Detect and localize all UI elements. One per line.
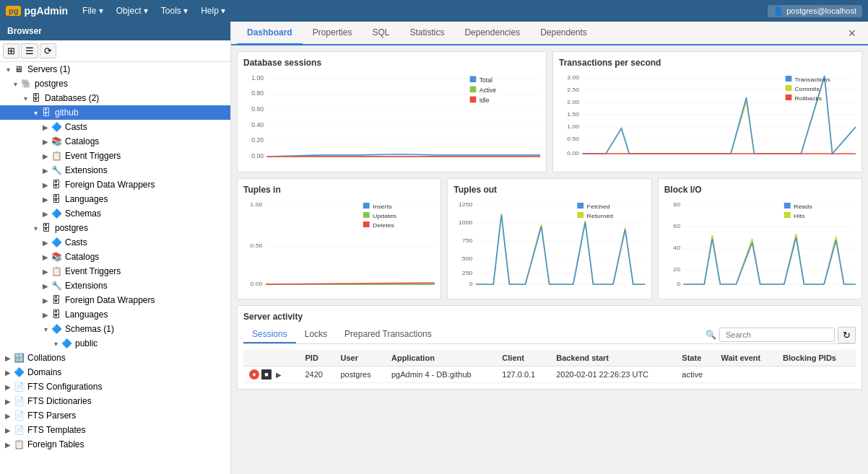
tree-item-fts_templates[interactable]: ▶ 📄 FTS Templates xyxy=(0,423,230,437)
tree-item-languages2[interactable]: ▶ 🗄 Languages xyxy=(0,307,230,322)
tree-item-fts_config[interactable]: ▶ 📄 FTS Configurations xyxy=(0,379,230,394)
search-input[interactable] xyxy=(719,328,835,342)
tree-item-catalogs1[interactable]: ▶ 📚 Catalogs xyxy=(0,134,230,149)
tree-item-domains[interactable]: ▶ 🔷 Domains xyxy=(0,365,230,379)
tree-item-casts1[interactable]: ▶ 🔷 Casts xyxy=(0,120,230,134)
tree-toggle: ▾ xyxy=(51,340,61,348)
tree-label: Databases (2) xyxy=(45,93,99,103)
tree-item-databases[interactable]: ▾ 🗄 Databases (2) xyxy=(0,91,230,105)
sidebar-btn-1[interactable]: ⊞ xyxy=(3,43,19,58)
help-menu[interactable]: Help ▾ xyxy=(195,4,231,18)
tab-dependencies[interactable]: Dependencies xyxy=(454,22,530,45)
tree-item-extensions1[interactable]: ▶ 🔧 Extensions xyxy=(0,163,230,177)
file-menu[interactable]: File ▾ xyxy=(77,4,109,18)
tree-item-schemas2[interactable]: ▾ 🔷 Schemas (1) xyxy=(0,322,230,336)
block-button[interactable]: ■ xyxy=(261,369,272,379)
svg-rect-62 xyxy=(578,203,584,209)
tree-item-catalogs2[interactable]: ▶ 📚 Catalogs xyxy=(0,250,230,264)
charts-row-2: Tuples in 1.00 0.50 0.00 xyxy=(237,178,862,299)
tab-dashboard[interactable]: Dashboard xyxy=(237,22,303,45)
tab-sql[interactable]: SQL xyxy=(362,22,399,45)
tree-item-public[interactable]: ▾ 🔷 public xyxy=(0,336,230,351)
svg-text:Active: Active xyxy=(479,87,497,94)
svg-text:2.50: 2.50 xyxy=(567,86,579,93)
activity-tab-prepared[interactable]: Prepared Transactions xyxy=(336,326,440,343)
refresh-button[interactable]: ↻ xyxy=(838,327,856,343)
tree-label: Languages xyxy=(65,310,108,320)
tree-label: postgres xyxy=(35,79,68,89)
tab-dependents[interactable]: Dependents xyxy=(530,22,597,45)
sidebar-header: Browser xyxy=(0,22,230,40)
col-wait-event[interactable]: Wait event xyxy=(716,350,777,367)
tree-item-postgres_server[interactable]: ▾ 🐘 postgres xyxy=(0,76,230,91)
tree-toggle: ▶ xyxy=(40,152,51,160)
cell-backend-start: 2020-02-01 22:26:23 UTC xyxy=(550,367,676,383)
tree-item-github_db[interactable]: ▾ 🗄 github xyxy=(0,105,230,120)
tree-item-fts_parsers[interactable]: ▶ 📄 FTS Parsers xyxy=(0,408,230,423)
tree-item-collations[interactable]: ▶ 🔡 Collations xyxy=(0,351,230,365)
tree-toggle: ▶ xyxy=(3,398,13,405)
db-sessions-chart: Database sessions 1.00 0.80 0.60 0.40 0.… xyxy=(237,51,547,172)
svg-text:0: 0 xyxy=(677,280,680,286)
user-info: 👤 postgres@localhost xyxy=(768,5,862,17)
close-button[interactable]: ✕ xyxy=(842,25,862,42)
svg-rect-14 xyxy=(470,87,477,93)
svg-text:0: 0 xyxy=(469,280,473,286)
object-menu[interactable]: Object ▾ xyxy=(110,4,154,18)
main-layout: Browser ⊞ ☰ ⟳ ▾ 🖥 Servers (1) ▾ 🐘 postgr… xyxy=(0,22,868,474)
activity-tab-locks[interactable]: Locks xyxy=(296,326,336,343)
svg-text:Fetched: Fetched xyxy=(587,203,610,209)
svg-text:250: 250 xyxy=(462,269,473,276)
tree-item-servers[interactable]: ▾ 🖥 Servers (1) xyxy=(0,62,230,76)
tree-item-foreign_data1[interactable]: ▶ 🗄 Foreign Data Wrappers xyxy=(0,177,230,192)
cell-blocking-pids xyxy=(777,367,856,383)
tree-toggle: ▶ xyxy=(40,210,51,218)
tree-label: FTS Dictionaries xyxy=(27,396,92,406)
tree-item-casts2[interactable]: ▶ 🔷 Casts xyxy=(0,235,230,250)
stop-button[interactable]: ● xyxy=(249,369,259,379)
svg-text:Total: Total xyxy=(479,76,492,84)
tree-toggle: ▶ xyxy=(3,383,13,391)
sidebar-btn-3[interactable]: ⟳ xyxy=(40,43,56,58)
col-pid[interactable]: PID xyxy=(299,350,334,367)
svg-text:Returned: Returned xyxy=(587,212,614,219)
tab-statistics[interactable]: Statistics xyxy=(399,22,454,45)
tree-icon: 📄 xyxy=(13,410,25,421)
svg-rect-16 xyxy=(470,97,477,103)
svg-text:Inserts: Inserts xyxy=(373,203,392,209)
tab-properties[interactable]: Properties xyxy=(303,22,363,45)
svg-rect-46 xyxy=(363,212,370,218)
svg-text:0.00: 0.00 xyxy=(251,152,264,159)
svg-text:40: 40 xyxy=(673,244,680,250)
tree-icon: 🗄 xyxy=(51,309,62,320)
col-client[interactable]: Client xyxy=(496,350,550,367)
col-backend-start[interactable]: Backend start xyxy=(550,350,676,367)
tree-item-event_triggers1[interactable]: ▶ 📋 Event Triggers xyxy=(0,149,230,163)
svg-text:80: 80 xyxy=(673,201,680,207)
tree-item-languages1[interactable]: ▶ 🗄 Languages xyxy=(0,192,230,206)
col-application[interactable]: Application xyxy=(386,350,496,367)
sidebar-btn-2[interactable]: ☰ xyxy=(21,43,38,58)
col-blocking-pids[interactable]: Blocking PIDs xyxy=(777,350,856,367)
tree-toggle: ▾ xyxy=(10,80,20,88)
col-state[interactable]: State xyxy=(676,350,715,367)
svg-rect-36 xyxy=(786,95,792,100)
tree-icon: 🔷 xyxy=(51,208,62,219)
tree-toggle: ▾ xyxy=(3,66,13,74)
tree-label: Schemas xyxy=(65,209,101,219)
activity-tab-sessions[interactable]: Sessions xyxy=(243,326,296,343)
tools-menu[interactable]: Tools ▾ xyxy=(155,4,194,18)
tree-item-event_triggers2[interactable]: ▶ 📋 Event Triggers xyxy=(0,264,230,278)
transactions-svg: 3.00 2.50 2.00 1.50 1.00 0.50 0.00 xyxy=(559,72,856,166)
col-user[interactable]: User xyxy=(335,350,386,367)
svg-text:0.50: 0.50 xyxy=(250,242,263,248)
svg-text:1.50: 1.50 xyxy=(567,110,579,118)
tree-item-schemas1[interactable]: ▶ 🔷 Schemas xyxy=(0,206,230,221)
dashboard: Database sessions 1.00 0.80 0.60 0.40 0.… xyxy=(231,45,868,474)
tree-item-extensions2[interactable]: ▶ 🔧 Extensions xyxy=(0,278,230,293)
tree-item-foreign_tables[interactable]: ▶ 📋 Foreign Tables xyxy=(0,437,230,452)
play-button[interactable]: ▶ xyxy=(274,369,284,379)
tree-item-fts_dict[interactable]: ▶ 📄 FTS Dictionaries xyxy=(0,394,230,408)
tree-item-postgres_db[interactable]: ▾ 🗄 postgres xyxy=(0,221,230,235)
tree-item-foreign_data2[interactable]: ▶ 🗄 Foreign Data Wrappers xyxy=(0,293,230,307)
